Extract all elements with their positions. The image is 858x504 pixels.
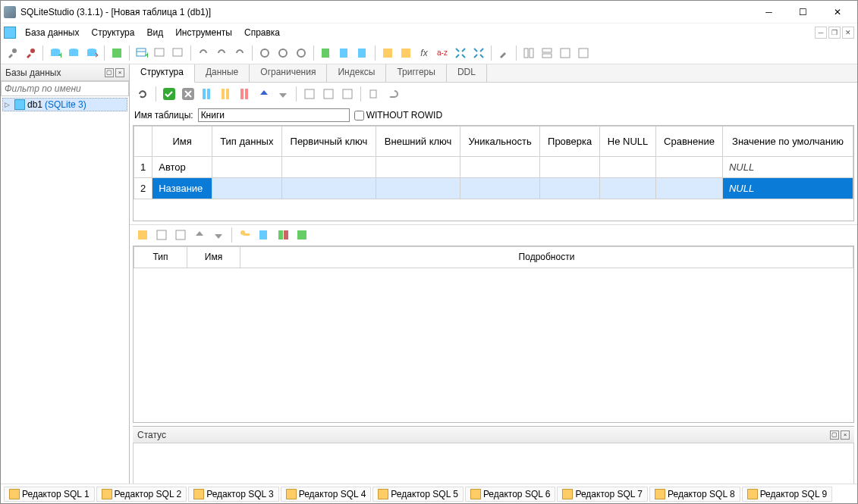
collapse-button[interactable] — [470, 45, 487, 61]
settings-button[interactable] — [495, 45, 512, 61]
refresh-button[interactable] — [134, 86, 151, 102]
without-rowid-checkbox[interactable] — [354, 111, 364, 121]
without-rowid-check[interactable]: WITHOUT ROWID — [354, 110, 442, 121]
status-undock-button[interactable]: ▢ — [830, 430, 839, 440]
move-down-button[interactable] — [275, 86, 291, 102]
gear3-button[interactable] — [293, 45, 310, 61]
table-name-input[interactable] — [198, 108, 350, 122]
sidebar-close-button[interactable]: × — [115, 68, 124, 77]
attach-button[interactable] — [195, 45, 212, 61]
tab-triggers[interactable]: Триггеры — [386, 64, 447, 82]
cell-notnull[interactable] — [600, 157, 656, 178]
layout1-button[interactable] — [520, 45, 537, 61]
col-header-default[interactable]: Значение по умолчанию — [722, 127, 853, 157]
tc1-button[interactable] — [301, 86, 318, 102]
sql-editor-tab[interactable]: Редактор SQL 2 — [96, 487, 187, 502]
ct-pk-button[interactable] — [237, 227, 253, 243]
export-button[interactable] — [336, 45, 353, 61]
layout3-button[interactable] — [557, 45, 574, 61]
undo-button[interactable] — [385, 86, 401, 102]
cell-unique[interactable] — [460, 157, 539, 178]
col-header-fk[interactable]: Внешний ключ — [376, 127, 460, 157]
col-header-notnull[interactable]: Не NULL — [600, 127, 656, 157]
sql-editor-tab[interactable]: Редактор SQL 8 — [649, 487, 740, 502]
cell-pk[interactable] — [281, 157, 376, 178]
undock-button[interactable]: ▢ — [105, 68, 114, 77]
cell-collate[interactable] — [656, 178, 723, 199]
menu-help[interactable]: Справка — [238, 26, 286, 39]
disconnect-button[interactable] — [22, 45, 39, 61]
sql-button[interactable] — [379, 45, 396, 61]
commit-struct-button[interactable] — [161, 86, 178, 102]
add-db-button[interactable]: + — [47, 45, 64, 61]
move-up-button[interactable] — [256, 86, 272, 102]
sql-editor-tab[interactable]: Редактор SQL 3 — [188, 487, 279, 502]
del-col-button[interactable] — [237, 86, 253, 102]
ct-del-button[interactable] — [172, 227, 189, 243]
edit-table-button[interactable] — [152, 45, 168, 61]
layout2-button[interactable] — [539, 45, 555, 61]
fx-button[interactable]: fx — [416, 45, 432, 61]
ct-unique-button[interactable] — [275, 227, 291, 243]
copy-button[interactable] — [366, 86, 382, 102]
sql-editor-tab[interactable]: Редактор SQL 7 — [557, 487, 648, 502]
tab-ddl[interactable]: DDL — [447, 64, 487, 82]
cell-default[interactable]: NULL — [722, 157, 853, 178]
cell-type[interactable] — [212, 157, 282, 178]
close-button[interactable]: ✕ — [820, 2, 854, 23]
col-header-unique[interactable]: Уникальность — [460, 127, 539, 157]
cell-notnull[interactable] — [600, 178, 656, 199]
tab-indexes[interactable]: Индексы — [327, 64, 386, 82]
menu-database[interactable]: База данных — [19, 26, 85, 39]
rollback-struct-button[interactable] — [180, 86, 196, 102]
ct-up-button[interactable] — [191, 227, 208, 243]
commit-button[interactable] — [108, 45, 125, 61]
mdi-minimize-button[interactable]: ─ — [815, 27, 827, 39]
filter-input[interactable] — [1, 81, 129, 96]
gear2-button[interactable] — [275, 45, 291, 61]
detail-header-type[interactable]: Тип — [134, 246, 187, 268]
cell-fk[interactable] — [376, 178, 460, 199]
cell-pk[interactable] — [281, 178, 376, 199]
sql-editor-tab[interactable]: Редактор SQL 9 — [742, 487, 833, 502]
layout4-button[interactable] — [575, 45, 592, 61]
detail-header-name[interactable]: Имя — [187, 246, 240, 268]
sql-editor-tab[interactable]: Редактор SQL 6 — [465, 487, 556, 502]
cell-check[interactable] — [540, 178, 600, 199]
menu-tools[interactable]: Инструменты — [169, 26, 238, 39]
mdi-restore-button[interactable]: ❐ — [828, 27, 841, 39]
cell-fk[interactable] — [376, 157, 460, 178]
minimize-button[interactable]: ─ — [752, 2, 786, 23]
tab-structure[interactable]: Структура — [130, 64, 195, 83]
attach3-button[interactable] — [231, 45, 248, 61]
col-header-type[interactable]: Тип данных — [212, 127, 282, 157]
mdi-close-button[interactable]: ✕ — [842, 27, 854, 39]
cell-collate[interactable] — [656, 157, 723, 178]
export2-button[interactable] — [354, 45, 371, 61]
table-row[interactable]: 1 Автор NULL — [134, 157, 853, 178]
ct-check-button[interactable] — [294, 227, 310, 243]
sql-editor-tab[interactable]: Редактор SQL 4 — [281, 487, 372, 502]
sql-editor-tab[interactable]: Редактор SQL 5 — [372, 487, 464, 502]
cell-name[interactable]: Название — [152, 178, 212, 199]
cell-name[interactable]: Автор — [152, 157, 212, 178]
edit-col-button[interactable] — [218, 86, 234, 102]
add-col-button[interactable] — [199, 86, 215, 102]
tc3-button[interactable] — [339, 86, 356, 102]
maximize-button[interactable]: ☐ — [786, 2, 820, 23]
ct-add-button[interactable] — [134, 227, 151, 243]
col-header-pk[interactable]: Первичный ключ — [281, 127, 376, 157]
menu-structure[interactable]: Структура — [85, 26, 140, 39]
expand-button[interactable] — [452, 45, 469, 61]
col-header-collate[interactable]: Сравнение — [656, 127, 723, 157]
menu-view[interactable]: Вид — [140, 26, 169, 39]
new-table-button[interactable]: + — [134, 45, 150, 61]
col-header-name[interactable]: Имя — [152, 127, 212, 157]
ct-down-button[interactable] — [210, 227, 227, 243]
detail-header-details[interactable]: Подробности — [240, 246, 853, 268]
remove-db-button[interactable]: × — [83, 45, 100, 61]
ct-fk-button[interactable] — [256, 227, 272, 243]
collation-button[interactable]: a-z — [434, 45, 451, 61]
connect-button[interactable] — [4, 45, 20, 61]
gear1-button[interactable] — [256, 45, 273, 61]
